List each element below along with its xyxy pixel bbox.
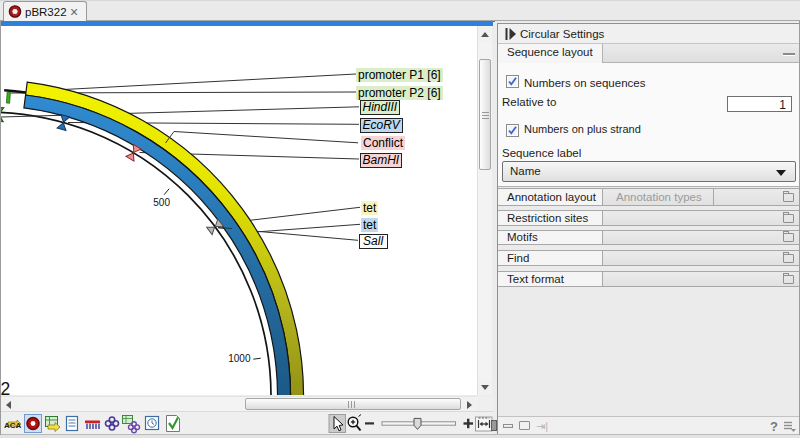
svg-text:ACA: ACA [4, 421, 22, 430]
